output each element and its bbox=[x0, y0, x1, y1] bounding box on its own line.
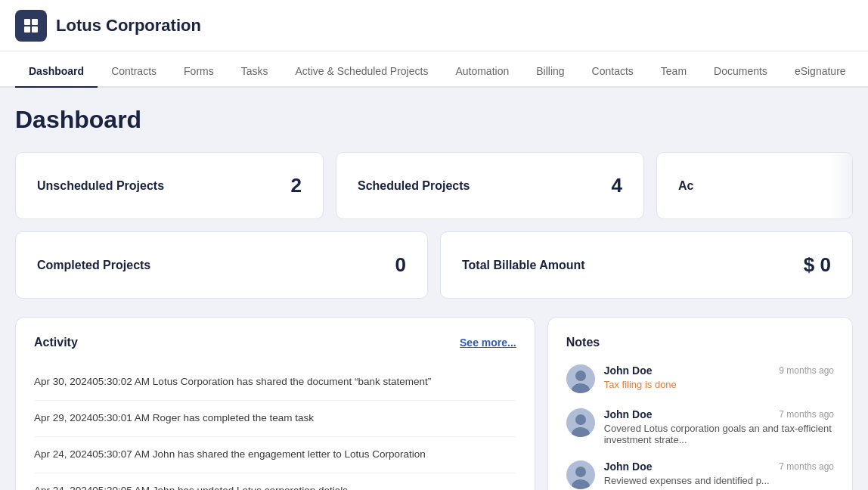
logo-icon bbox=[15, 10, 47, 42]
activity-item: Apr 24, 2024​05:30:05 AM John has update… bbox=[34, 473, 516, 490]
activity-title: Activity bbox=[34, 336, 78, 349]
logo-wrap: Lotus Corporation bbox=[15, 10, 201, 42]
activity-item: Apr 30, 2024​05:30:02 AM Lotus Corporati… bbox=[34, 364, 516, 401]
nav-item-team[interactable]: Team bbox=[647, 56, 700, 88]
nav-item-forms[interactable]: Forms bbox=[170, 56, 228, 88]
note-content: John Doe 7 months ago Covered Lotus corp… bbox=[604, 408, 834, 445]
stats-row-2: Completed Projects 0 Total Billable Amou… bbox=[15, 231, 853, 299]
main-content: Dashboard Unscheduled Projects 2 Schedul… bbox=[0, 88, 868, 490]
see-more-link[interactable]: See more... bbox=[460, 336, 516, 349]
note-text: Reviewed expenses and identified p... bbox=[604, 475, 834, 486]
nav-item-contacts[interactable]: Contacts bbox=[578, 56, 647, 88]
completed-projects-value: 0 bbox=[395, 253, 406, 277]
nav-item-esignature[interactable]: eSignature bbox=[781, 56, 860, 88]
notes-panel: Notes John Doe 9 months ago Tax filing i… bbox=[547, 317, 853, 490]
completed-projects-label: Completed Projects bbox=[37, 259, 150, 272]
company-name: Lotus Corporation bbox=[56, 16, 201, 36]
note-text: Covered Lotus corporation goals an and t… bbox=[604, 423, 834, 445]
unscheduled-projects-card: Unscheduled Projects 2 bbox=[15, 152, 324, 219]
note-item: John Doe 7 months ago Covered Lotus corp… bbox=[566, 408, 834, 445]
svg-rect-2 bbox=[24, 26, 30, 33]
svg-point-8 bbox=[575, 414, 586, 425]
nav-item-active-scheduled[interactable]: Active & Scheduled Projects bbox=[282, 56, 442, 88]
header: Lotus Corporation bbox=[0, 0, 868, 51]
activity-panel: Activity See more... Apr 30, 2024​05:30:… bbox=[15, 317, 535, 490]
note-header-row: John Doe 7 months ago bbox=[604, 408, 834, 420]
nav-item-billing[interactable]: Billing bbox=[522, 56, 578, 88]
note-time: 7 months ago bbox=[779, 461, 834, 472]
svg-rect-0 bbox=[24, 19, 30, 25]
note-time: 7 months ago bbox=[779, 409, 834, 420]
nav-bar: Dashboard Contracts Forms Tasks Active &… bbox=[0, 51, 868, 88]
svg-point-11 bbox=[575, 467, 586, 477]
bottom-row: Activity See more... Apr 30, 2024​05:30:… bbox=[15, 317, 853, 490]
note-time: 9 months ago bbox=[779, 365, 834, 376]
note-text: Tax filing is done bbox=[604, 379, 834, 390]
total-billable-value: $ 0 bbox=[804, 253, 831, 277]
activity-item: Apr 24, 2024​05:30:07 AM John has shared… bbox=[34, 437, 516, 473]
scheduled-projects-value: 4 bbox=[612, 174, 622, 197]
note-author: John Doe bbox=[604, 364, 653, 377]
total-billable-label: Total Billable Amount bbox=[462, 259, 585, 272]
unscheduled-projects-value: 2 bbox=[291, 174, 302, 197]
note-content: John Doe 7 months ago Reviewed expenses … bbox=[604, 461, 834, 489]
note-header-row: John Doe 9 months ago bbox=[604, 364, 834, 377]
unscheduled-projects-label: Unscheduled Projects bbox=[37, 179, 164, 193]
scheduled-projects-card: Scheduled Projects 4 bbox=[336, 152, 644, 219]
nav-item-tasks[interactable]: Tasks bbox=[228, 56, 282, 88]
scheduled-projects-label: Scheduled Projects bbox=[358, 179, 470, 193]
nav-item-contracts[interactable]: Contracts bbox=[98, 56, 170, 88]
nav-item-automation[interactable]: Automation bbox=[442, 56, 522, 88]
svg-rect-1 bbox=[32, 19, 38, 25]
active-projects-label: Ac bbox=[678, 179, 693, 193]
completed-projects-card: Completed Projects 0 bbox=[15, 231, 428, 299]
note-header-row: John Doe 7 months ago bbox=[604, 461, 834, 473]
svg-rect-3 bbox=[32, 26, 38, 33]
activity-item: Apr 29, 2024​05:30:01 AM Roger has compl… bbox=[34, 401, 516, 437]
avatar bbox=[566, 461, 595, 489]
notes-title: Notes bbox=[566, 336, 834, 349]
nav-item-dashboard[interactable]: Dashboard bbox=[15, 56, 98, 88]
note-content: John Doe 9 months ago Tax filing is done bbox=[604, 364, 834, 393]
nav-item-documents[interactable]: Documents bbox=[700, 56, 781, 88]
note-item: John Doe 7 months ago Reviewed expenses … bbox=[566, 461, 834, 489]
active-projects-card-partial: Ac bbox=[656, 152, 853, 219]
svg-point-5 bbox=[575, 371, 586, 381]
total-billable-card: Total Billable Amount $ 0 bbox=[440, 231, 853, 299]
stats-row-1: Unscheduled Projects 2 Scheduled Project… bbox=[15, 152, 853, 219]
avatar bbox=[566, 408, 595, 437]
page-title: Dashboard bbox=[15, 106, 853, 134]
note-item: John Doe 9 months ago Tax filing is done bbox=[566, 364, 834, 393]
avatar bbox=[566, 364, 595, 393]
note-author: John Doe bbox=[604, 408, 653, 420]
note-author: John Doe bbox=[604, 461, 653, 473]
activity-header: Activity See more... bbox=[34, 336, 516, 349]
